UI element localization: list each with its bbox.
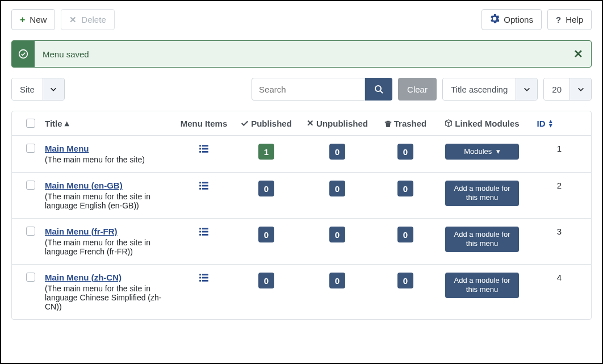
- svg-rect-8: [199, 182, 201, 183]
- svg-rect-17: [202, 231, 208, 233]
- x-icon: ✕: [307, 118, 314, 128]
- sort-asc-icon: ▴: [65, 118, 69, 128]
- check-circle-icon: [12, 41, 35, 67]
- question-icon: ?: [556, 15, 561, 24]
- svg-rect-15: [202, 228, 208, 229]
- row-checkbox[interactable]: [26, 181, 35, 190]
- gear-icon: [490, 14, 499, 25]
- search-input[interactable]: [252, 78, 365, 101]
- svg-rect-2: [199, 145, 201, 147]
- search-button[interactable]: [365, 78, 392, 101]
- trashed-badge: 0: [397, 273, 413, 288]
- col-trashed: Trashed: [374, 119, 437, 128]
- col-unpublished: ✕ Unpublished: [300, 118, 374, 128]
- svg-rect-16: [199, 231, 201, 233]
- col-id[interactable]: ID ▴▾: [527, 119, 562, 128]
- select-all-checkbox[interactable]: [26, 119, 35, 128]
- table-header-row: Title ▴ Menu Items Published ✕ Unpublish…: [12, 111, 591, 136]
- plus-icon: +: [20, 15, 25, 25]
- list-icon[interactable]: [199, 273, 209, 286]
- svg-rect-7: [202, 151, 208, 153]
- menu-title-link[interactable]: Main Menu (zh-CN): [45, 273, 122, 282]
- menu-title-link[interactable]: Main Menu (en-GB): [45, 181, 123, 190]
- svg-rect-22: [199, 277, 201, 279]
- menu-description: (The main menu for the site in language …: [45, 238, 175, 256]
- published-badge: 0: [258, 227, 274, 242]
- published-badge: 0: [258, 273, 274, 288]
- svg-rect-24: [199, 280, 201, 282]
- sort-label: Title ascending: [443, 78, 516, 100]
- row-checkbox[interactable]: [26, 144, 35, 153]
- svg-rect-5: [202, 148, 208, 150]
- search-icon: [374, 85, 383, 94]
- x-icon: ✕: [69, 15, 77, 25]
- menus-table: Title ▴ Menu Items Published ✕ Unpublish…: [11, 111, 592, 320]
- add-module-button[interactable]: Add a module for this menu: [445, 227, 519, 252]
- alert-message: Menu saved: [35, 49, 566, 59]
- svg-rect-6: [199, 151, 201, 153]
- svg-rect-20: [199, 274, 201, 275]
- add-module-button[interactable]: Add a module for this menu: [445, 273, 519, 298]
- col-title[interactable]: Title ▴: [45, 118, 175, 128]
- modules-dropdown-button[interactable]: Modules ▾: [445, 144, 519, 160]
- help-button[interactable]: ? Help: [547, 9, 592, 30]
- list-icon[interactable]: [199, 227, 209, 240]
- menu-description: (The main menu for the site in language …: [45, 192, 175, 210]
- alert-success: Menu saved ✕: [11, 40, 592, 68]
- menu-title-link[interactable]: Main Menu (fr-FR): [45, 227, 117, 236]
- clear-button[interactable]: Clear: [398, 78, 437, 101]
- alert-close-button[interactable]: ✕: [566, 47, 591, 61]
- svg-rect-3: [202, 145, 208, 147]
- options-button-label: Options: [504, 15, 533, 24]
- help-button-label: Help: [566, 15, 583, 24]
- svg-rect-9: [202, 182, 208, 183]
- svg-rect-4: [199, 148, 201, 150]
- unpublished-badge: 0: [329, 144, 345, 160]
- svg-rect-25: [202, 280, 208, 282]
- options-button[interactable]: Options: [481, 9, 542, 30]
- site-filter-dropdown[interactable]: Site: [11, 78, 65, 101]
- sort-dropdown[interactable]: Title ascending: [442, 78, 538, 101]
- table-row: Main Menu (fr-FR) (The main menu for the…: [12, 219, 591, 265]
- add-module-button[interactable]: Add a module for this menu: [445, 181, 519, 206]
- limit-label: 20: [544, 78, 570, 100]
- svg-point-1: [375, 86, 381, 91]
- delete-button: ✕ Delete: [61, 9, 114, 30]
- row-id: 2: [527, 181, 562, 190]
- trashed-badge: 0: [397, 144, 413, 160]
- table-row: Main Menu (en-GB) (The main menu for the…: [12, 173, 591, 219]
- svg-rect-11: [202, 185, 208, 187]
- limit-dropdown[interactable]: 20: [543, 78, 592, 101]
- svg-rect-14: [199, 228, 201, 229]
- svg-rect-23: [202, 277, 208, 279]
- trashed-badge: 0: [397, 227, 413, 242]
- menu-description: (The main menu for the site in language …: [45, 284, 175, 311]
- row-checkbox[interactable]: [26, 227, 35, 236]
- col-menu-items: Menu Items: [175, 119, 232, 128]
- svg-rect-18: [199, 234, 201, 236]
- published-badge: 0: [258, 181, 274, 196]
- site-filter-label: Site: [12, 78, 43, 100]
- col-published: Published: [232, 119, 300, 128]
- toolbar: + New ✕ Delete Options ? Help: [11, 9, 592, 30]
- svg-rect-21: [202, 274, 208, 275]
- menu-description: (The main menu for the site): [45, 155, 175, 164]
- svg-rect-10: [199, 185, 201, 187]
- row-checkbox[interactable]: [26, 273, 35, 282]
- delete-button-label: Delete: [81, 15, 106, 24]
- list-icon[interactable]: [199, 181, 209, 194]
- chevron-down-icon: [43, 78, 64, 100]
- chevron-down-icon: [570, 78, 591, 100]
- row-id: 3: [527, 227, 562, 236]
- list-icon[interactable]: [199, 144, 209, 157]
- check-icon: [241, 119, 249, 127]
- row-id: 1: [527, 144, 562, 153]
- unpublished-badge: 0: [329, 181, 345, 196]
- new-button[interactable]: + New: [11, 9, 55, 30]
- trashed-badge: 0: [397, 181, 413, 196]
- unpublished-badge: 0: [329, 227, 345, 242]
- menu-title-link[interactable]: Main Menu: [45, 144, 89, 153]
- cube-icon: [445, 119, 453, 127]
- col-linked-modules: Linked Modules: [437, 119, 527, 128]
- row-id: 4: [527, 273, 562, 282]
